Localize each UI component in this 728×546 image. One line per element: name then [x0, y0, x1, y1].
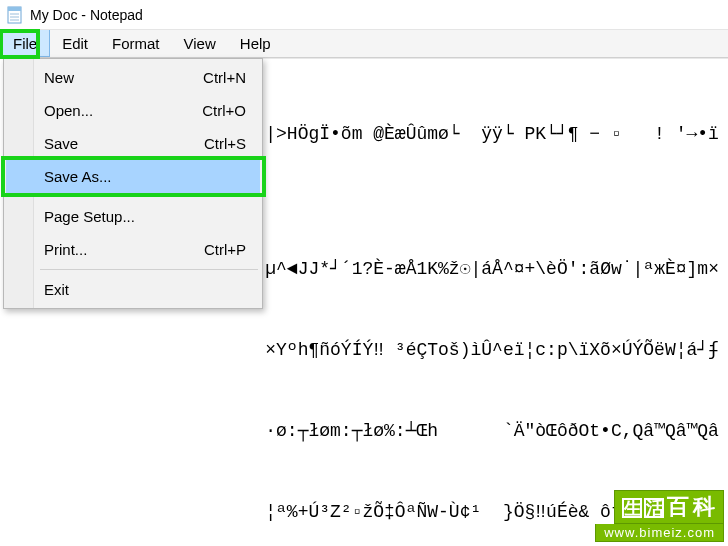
menu-item-shortcut: Ctrl+O — [202, 102, 252, 119]
menu-help[interactable]: Help — [228, 30, 283, 57]
content-line: ·ø:┬łøm:┬łø%:┴Œh `Ä"òŒôðOt•C,Qâ™Qâ™Qâ — [6, 418, 722, 445]
menu-item-label: Save — [44, 135, 78, 152]
menu-item-shortcut: Ctrl+S — [204, 135, 252, 152]
menu-item-label: Page Setup... — [44, 208, 135, 225]
menu-item-page-setup[interactable]: Page Setup... — [6, 200, 260, 233]
content-line: ×Yºh¶ñóÝÍÝ‼ ³éÇToš)ìÛ^eï¦c:p\ïXõ×ÚÝÕëW¦á… — [6, 337, 722, 364]
menu-item-label: Print... — [44, 241, 87, 258]
menu-separator — [40, 196, 258, 197]
notepad-icon — [6, 5, 24, 25]
menu-item-shortcut: Ctrl+P — [204, 241, 252, 258]
file-menu-dropdown: New Ctrl+N Open... Ctrl+O Save Ctrl+S Sa… — [3, 58, 263, 309]
menu-item-shortcut: Ctrl+N — [203, 69, 252, 86]
menu-item-open[interactable]: Open... Ctrl+O — [6, 94, 260, 127]
menu-item-exit[interactable]: Exit — [6, 273, 260, 306]
menu-item-label: Open... — [44, 102, 93, 119]
title-bar: My Doc - Notepad — [0, 0, 728, 30]
watermark-title: 生活百科 — [614, 490, 724, 524]
menu-item-label: Exit — [44, 281, 69, 298]
svg-rect-1 — [8, 7, 21, 11]
menu-item-save-as[interactable]: Save As... — [6, 160, 260, 193]
menu-format[interactable]: Format — [100, 30, 172, 57]
menu-edit[interactable]: Edit — [50, 30, 100, 57]
menu-item-label: Save As... — [44, 168, 112, 185]
menu-item-print[interactable]: Print... Ctrl+P — [6, 233, 260, 266]
window-title: My Doc - Notepad — [30, 7, 143, 23]
watermark-url: www.bimeiz.com — [595, 524, 724, 542]
menu-file[interactable]: File — [0, 30, 50, 57]
menu-view[interactable]: View — [172, 30, 228, 57]
menu-item-new[interactable]: New Ctrl+N — [6, 61, 260, 94]
menu-separator — [40, 269, 258, 270]
watermark: 生活百科 www.bimeiz.com — [595, 490, 724, 542]
menu-item-save[interactable]: Save Ctrl+S — [6, 127, 260, 160]
menu-bar: File Edit Format View Help — [0, 30, 728, 58]
menu-item-label: New — [44, 69, 74, 86]
